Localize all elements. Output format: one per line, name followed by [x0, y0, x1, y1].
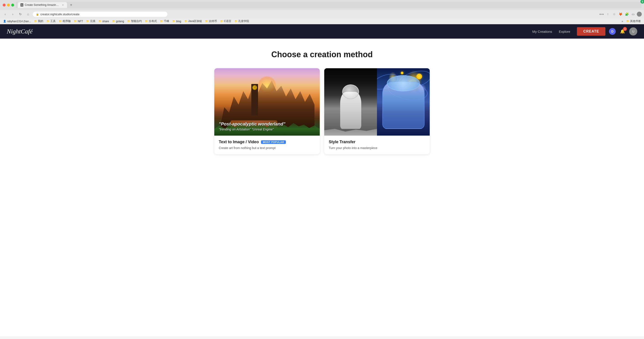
- bookmark-qianfeng[interactable]: 📁 千峰: [159, 19, 170, 24]
- bookmark-tools[interactable]: 📁 工具: [45, 19, 57, 24]
- bookmarks-overflow[interactable]: »: [620, 19, 624, 23]
- most-popular-badge: MOST POPULAR: [261, 140, 286, 144]
- browser-titlebar: nc Create Something Amazing - N × +: [0, 0, 644, 10]
- bookmark-java-icon: 📁: [184, 20, 188, 23]
- create-button[interactable]: CREATE: [577, 27, 606, 36]
- style-transfer-card[interactable]: Style Transfer Turn your photo into a ma…: [324, 68, 430, 154]
- bookmark-kongyi[interactable]: 📁 孔壹学院: [233, 19, 250, 24]
- address-bar-actions: ⟺ ↑ ☆ 🦊 🧩 ▭: [599, 12, 642, 17]
- user-avatar-initials: U: [632, 30, 634, 33]
- main-content: Choose a creation method: [210, 39, 434, 168]
- star3: [401, 72, 404, 74]
- painted-helmet: [387, 75, 420, 91]
- sidebar-icon[interactable]: ▭: [630, 12, 636, 17]
- share-icon[interactable]: ↑: [606, 12, 610, 17]
- new-tab-button[interactable]: +: [68, 2, 74, 8]
- painted-astronaut: [382, 82, 424, 129]
- bookmark-meta-icon: 📁: [86, 20, 89, 23]
- bookmark-nft-icon: 📁: [74, 20, 77, 23]
- bookmark-sc-icon: 📁: [127, 20, 130, 23]
- text-to-image-preview: "Post-apocalyptic wonderland" "trending …: [214, 68, 320, 136]
- navbar: NightCafé My Creations Explore CREATE D …: [0, 24, 644, 39]
- back-button[interactable]: ‹: [2, 11, 8, 17]
- extensions-icon[interactable]: 🧩: [624, 12, 629, 17]
- text-to-image-card[interactable]: "Post-apocalyptic wonderland" "trending …: [214, 68, 320, 154]
- bookmark-smart-contract[interactable]: 📁 智能合约: [126, 19, 143, 24]
- navbar-logo[interactable]: NightCafé: [7, 28, 532, 35]
- bookmark-ky-icon: 📁: [234, 20, 238, 23]
- card-description: Create art from nothing but a text promp…: [219, 146, 315, 150]
- astronaut-helmet: [342, 84, 359, 99]
- active-tab[interactable]: nc Create Something Amazing - N ×: [18, 2, 67, 8]
- cards-grid: "Post-apocalyptic wonderland" "trending …: [214, 68, 430, 154]
- minimize-button[interactable]: [7, 4, 10, 7]
- bookmark-user[interactable]: 👤 rabyhan1314 (han...: [2, 19, 32, 23]
- bookmark-blog[interactable]: 📁 blog: [171, 19, 183, 23]
- bookmark-java-blockchain[interactable]: 📁 Java区块链: [183, 19, 203, 24]
- home-button[interactable]: ⌂: [25, 11, 31, 17]
- navbar-icons: D 🔔 1 U 5: [609, 27, 637, 36]
- bookmark-cafe[interactable]: 📁 程序咖: [58, 19, 72, 24]
- bookmark-clang[interactable]: 📁 C语言: [219, 19, 233, 24]
- card-title: Text to Image / Video: [219, 140, 259, 144]
- my-creations-link[interactable]: My Creations: [532, 30, 552, 34]
- notifications-button[interactable]: 🔔 1: [618, 27, 626, 36]
- tab-close-icon[interactable]: ×: [62, 3, 64, 7]
- discord-icon[interactable]: D: [609, 28, 616, 35]
- refresh-button[interactable]: ↻: [18, 11, 23, 17]
- bookmarks-bar: 👤 rabyhan1314 (han... 📁 我的 📁 工具 📁 程序咖 📁 …: [0, 19, 644, 24]
- style-transfer-image: [324, 68, 430, 136]
- bookmark-golang-icon: 📁: [112, 20, 115, 23]
- traffic-lights: [3, 4, 14, 7]
- style-transfer-preview: [324, 68, 430, 136]
- app-wrapper: NightCafé My Creations Explore CREATE D …: [0, 24, 644, 336]
- card-text-overlay: "Post-apocalyptic wonderland" "trending …: [219, 121, 286, 131]
- translate-icon[interactable]: ⟺: [599, 12, 604, 17]
- tab-favicon: nc: [20, 3, 23, 7]
- browser-chrome: nc Create Something Amazing - N × + ‹ › …: [0, 0, 644, 24]
- clock-hand2: [254, 88, 256, 89]
- page-title: Choose a creation method: [214, 50, 430, 59]
- explore-link[interactable]: Explore: [559, 30, 570, 34]
- address-bar[interactable]: 🔒 creator.nightcafe.studio/create: [33, 12, 168, 17]
- style-transfer-title: Style Transfer: [329, 140, 356, 144]
- image-quote2: "trending on Artstation" "Unreal Engine": [219, 128, 286, 131]
- close-button[interactable]: [3, 4, 6, 7]
- astronaut-figure: [340, 92, 361, 129]
- bookmark-folder-icon: 📁: [34, 20, 37, 23]
- maximize-button[interactable]: [11, 4, 14, 7]
- tab-title: Create Something Amazing - N: [25, 3, 60, 7]
- bookmark-blog-icon: 📁: [172, 20, 176, 23]
- bookmark-user-icon: 👤: [3, 20, 6, 23]
- forward-button[interactable]: ›: [10, 11, 16, 17]
- extension-fox-icon[interactable]: 🦊: [618, 12, 623, 17]
- lock-icon: 🔒: [36, 13, 39, 16]
- style-transfer-desc: Turn your photo into a masterpiece: [329, 146, 425, 150]
- bookmark-metaverse[interactable]: 📁 元填: [85, 19, 97, 24]
- bookmark-other-icon: 📁: [626, 20, 630, 23]
- style-transfer-title-row: Style Transfer: [329, 140, 425, 144]
- bookmark-distributed[interactable]: 📁 分布式: [144, 19, 158, 24]
- bookmark-golang[interactable]: 📁 golang: [111, 19, 126, 23]
- bookmark-other[interactable]: 📁 其他书签: [625, 19, 642, 24]
- painting-panel: [377, 68, 430, 136]
- bookmark-dist-icon: 📁: [145, 20, 148, 23]
- bookmark-bitcoin[interactable]: 📁 比特币: [204, 19, 218, 24]
- bookmark-c-icon: 📁: [220, 20, 223, 23]
- user-badge: 5: [640, 0, 644, 4]
- notification-badge: 1: [623, 27, 627, 31]
- bookmark-mine[interactable]: 📁 我的: [33, 19, 45, 24]
- bookmark-user-label: rabyhan1314 (han...: [7, 20, 31, 23]
- user-avatar[interactable]: U 5: [629, 27, 637, 36]
- user-avatar-browser[interactable]: [637, 12, 642, 17]
- url-text: creator.nightcafe.studio/create: [40, 13, 80, 16]
- image-quote1: "Post-apocalyptic wonderland": [219, 121, 286, 127]
- text-to-image-info: Text to Image / Video MOST POPULAR Creat…: [214, 136, 320, 154]
- tab-bar: nc Create Something Amazing - N × +: [16, 2, 641, 8]
- bookmark-nft[interactable]: 📁 NFT: [72, 19, 84, 23]
- bookmark-share[interactable]: 📁 share: [97, 19, 110, 23]
- bookmark-icon[interactable]: ☆: [612, 12, 616, 17]
- bookmark-tools-icon: 📁: [46, 20, 50, 23]
- card-title-row: Text to Image / Video MOST POPULAR: [219, 140, 315, 144]
- photo-panel: [324, 68, 377, 136]
